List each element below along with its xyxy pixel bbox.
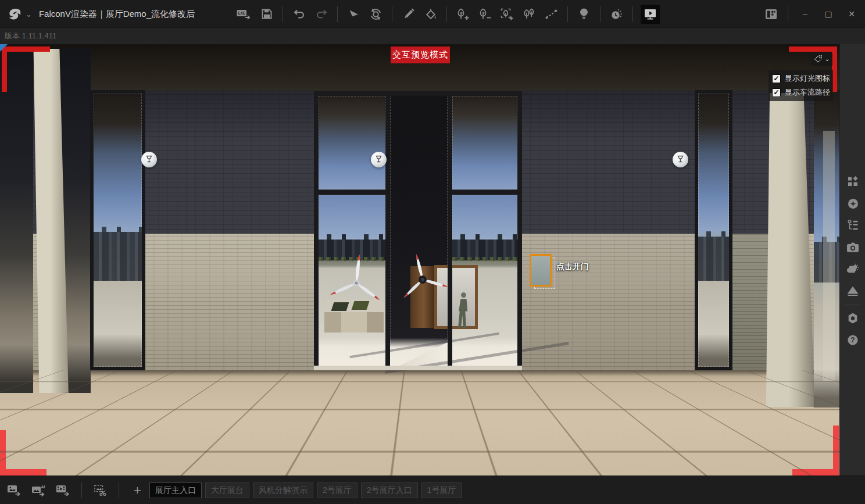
tab-turbine-explode-demo[interactable]: 风机分解演示: [253, 482, 313, 498]
checkbox-checked-icon[interactable]: ✓: [772, 88, 781, 97]
light-marker-icon[interactable]: [371, 152, 387, 167]
tree-marquee-icon[interactable]: [499, 6, 516, 23]
viewport-3d[interactable]: 点击开门 交互预览模式 ⌄ ✓ 显示灯光图标 ✓ 显示车流路径: [0, 44, 839, 476]
pen-icon[interactable]: [400, 6, 417, 23]
export-exe-icon[interactable]: EXE: [236, 6, 253, 23]
titlebar: ⌄ FalconV渲染器｜展厅Demo_流化修改后 EXE: [0, 0, 865, 28]
checkbox-label: 显示车流路径: [785, 87, 830, 98]
layout-panels-icon[interactable]: [763, 6, 780, 23]
capture-toolbar: AI +: [6, 476, 170, 504]
window-title: FalconV渲染器｜展厅Demo_流化修改后: [39, 9, 195, 20]
toolbar-separator: [788, 6, 788, 22]
scene-pane-upper-right: [452, 96, 517, 190]
toolbar-separator: [600, 6, 601, 22]
camera-icon[interactable]: [846, 241, 859, 253]
viewport-display-options: ✓ 显示灯光图标 ✓ 显示车流路径: [769, 70, 833, 101]
help-icon[interactable]: ?: [846, 334, 859, 346]
falconv-logo-icon: [5, 4, 24, 24]
effects-icon[interactable]: [846, 197, 859, 210]
assets-icon[interactable]: [846, 175, 859, 188]
checkbox-show-light-icons[interactable]: ✓ 显示灯光图标: [769, 72, 833, 85]
tag-icon: [814, 55, 823, 63]
toolbar-separator: [337, 6, 338, 22]
toolbar-separator: [632, 6, 633, 22]
minimize-button[interactable]: –: [796, 5, 814, 23]
scene-tree-icon[interactable]: [846, 219, 859, 231]
preview-monitor-icon[interactable]: [641, 5, 660, 24]
checkbox-checked-icon[interactable]: ✓: [772, 74, 781, 83]
exhibit-turbine-blades-left: [324, 251, 388, 315]
door-hotspot[interactable]: [530, 254, 552, 287]
export-video-icon[interactable]: [55, 482, 72, 499]
toolbar-separator: [567, 6, 568, 22]
scene-mullion-horizontal: [452, 190, 517, 195]
close-button[interactable]: ✕: [843, 5, 860, 23]
export-image-icon[interactable]: [6, 482, 23, 499]
checkbox-show-traffic-path[interactable]: ✓ 显示车流路径: [769, 85, 833, 99]
tag-menu-button[interactable]: ⌄: [812, 52, 832, 66]
toolbar-separator: [446, 6, 447, 22]
save-icon[interactable]: [258, 6, 275, 23]
toolbar-separator: [392, 6, 392, 22]
scene-glass-far-left: [0, 47, 33, 393]
toolbar-separator: [81, 482, 82, 498]
light-bulb-icon[interactable]: [576, 6, 592, 23]
scene-wall-green: [729, 234, 770, 371]
crop-capture-icon[interactable]: [92, 482, 109, 499]
orbit-icon[interactable]: [367, 6, 384, 23]
undo-icon[interactable]: [291, 6, 308, 23]
svg-text:?: ?: [850, 336, 855, 344]
tab-hall-2[interactable]: 2号展厅: [317, 482, 358, 498]
bottom-bar: AI + 展厅主入口 大厅展台 风机分解演示 2号展厅 2号展厅入口 1号展厅: [0, 476, 865, 504]
capture-corner-top-right: [789, 47, 837, 52]
toolbar-separator: [119, 482, 119, 498]
tree-add-icon[interactable]: [455, 6, 471, 23]
logo-chevron-icon[interactable]: ⌄: [26, 10, 32, 19]
capture-corner-bottom-right: [833, 426, 839, 476]
path-icon[interactable]: [543, 6, 560, 23]
terrain-icon[interactable]: [846, 284, 859, 297]
window-controls: – ▢ ✕: [763, 0, 860, 28]
daylight-icon[interactable]: [608, 6, 625, 23]
viewpoint-tabs: 展厅主入口 大厅展台 风机分解演示 2号展厅 2号展厅入口 1号展厅: [149, 476, 462, 504]
scene-person: [457, 292, 470, 331]
redo-icon[interactable]: [313, 6, 330, 23]
maximize-button[interactable]: ▢: [820, 5, 837, 23]
tab-hall-1[interactable]: 1号展厅: [421, 482, 462, 498]
scene-mullion: [517, 91, 522, 370]
scene-mullion-horizontal: [319, 190, 385, 195]
settings-icon[interactable]: [846, 312, 859, 324]
capture-corner-bottom-left: [0, 469, 47, 476]
app-window: ⌄ FalconV渲染器｜展厅Demo_流化修改后 EXE: [0, 0, 865, 504]
tab-exhibit-main-entrance[interactable]: 展厅主入口: [149, 482, 202, 498]
weather-icon[interactable]: [846, 262, 859, 275]
svg-text:EXE: EXE: [238, 11, 246, 15]
light-marker-icon[interactable]: [141, 152, 157, 167]
door-hotspot-label[interactable]: 点击开门: [556, 262, 589, 272]
select-cursor-icon[interactable]: [345, 6, 362, 23]
scene-mullion: [385, 95, 390, 370]
capture-corner-top-left: [2, 47, 50, 52]
light-marker-icon[interactable]: [673, 152, 688, 167]
tab-lobby-booth[interactable]: 大厅展台: [205, 482, 249, 498]
export-image-ai-icon[interactable]: AI: [30, 482, 47, 499]
app-menu[interactable]: ⌄ FalconV渲染器｜展厅Demo_流化修改后: [5, 0, 195, 28]
toolbar-separator: [283, 6, 283, 22]
svg-text:AI: AI: [41, 485, 45, 489]
chevron-down-icon: ⌄: [824, 55, 830, 63]
capture-corner-top-left: [2, 47, 7, 92]
scene-mullion: [314, 91, 319, 370]
right-sidebar: ?: [839, 44, 865, 476]
scene-frame-top: [314, 91, 522, 96]
version-label: 版本 1.11.1.411: [5, 31, 56, 41]
vegetation-group-icon[interactable]: [521, 6, 538, 23]
scene-threshold: [314, 366, 522, 370]
main-toolbar: EXE: [236, 0, 660, 28]
scene-wall-base-shadow: [0, 370, 839, 376]
tab-hall-2-entrance[interactable]: 2号展厅入口: [361, 482, 418, 498]
scene-mullion: [448, 95, 452, 370]
scene-pane-upper-left: [319, 96, 385, 190]
paint-bucket-icon[interactable]: [422, 6, 439, 23]
tree-remove-icon[interactable]: [477, 6, 494, 23]
add-viewpoint-icon[interactable]: +: [129, 482, 146, 499]
